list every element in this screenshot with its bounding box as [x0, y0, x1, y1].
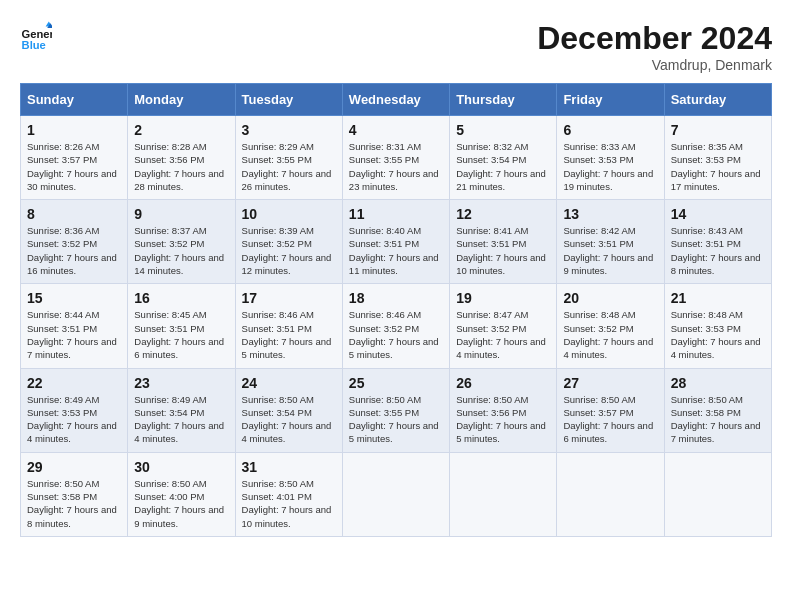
day-number: 8	[27, 206, 121, 222]
calendar-day-cell	[342, 452, 449, 536]
weekday-header: Wednesday	[342, 84, 449, 116]
day-info: Sunrise: 8:45 AMSunset: 3:51 PMDaylight:…	[134, 308, 228, 361]
calendar-week-row: 1Sunrise: 8:26 AMSunset: 3:57 PMDaylight…	[21, 116, 772, 200]
day-info: Sunrise: 8:50 AMSunset: 3:58 PMDaylight:…	[671, 393, 765, 446]
day-number: 18	[349, 290, 443, 306]
calendar-week-row: 8Sunrise: 8:36 AMSunset: 3:52 PMDaylight…	[21, 200, 772, 284]
day-info: Sunrise: 8:48 AMSunset: 3:52 PMDaylight:…	[563, 308, 657, 361]
day-info: Sunrise: 8:41 AMSunset: 3:51 PMDaylight:…	[456, 224, 550, 277]
calendar-day-cell: 9Sunrise: 8:37 AMSunset: 3:52 PMDaylight…	[128, 200, 235, 284]
logo-icon: General Blue	[20, 20, 52, 52]
day-number: 9	[134, 206, 228, 222]
day-number: 1	[27, 122, 121, 138]
logo: General Blue	[20, 20, 52, 52]
day-info: Sunrise: 8:47 AMSunset: 3:52 PMDaylight:…	[456, 308, 550, 361]
calendar-day-cell: 6Sunrise: 8:33 AMSunset: 3:53 PMDaylight…	[557, 116, 664, 200]
day-info: Sunrise: 8:26 AMSunset: 3:57 PMDaylight:…	[27, 140, 121, 193]
day-number: 29	[27, 459, 121, 475]
weekday-header: Tuesday	[235, 84, 342, 116]
calendar-day-cell: 24Sunrise: 8:50 AMSunset: 3:54 PMDayligh…	[235, 368, 342, 452]
day-info: Sunrise: 8:29 AMSunset: 3:55 PMDaylight:…	[242, 140, 336, 193]
day-info: Sunrise: 8:50 AMSunset: 3:57 PMDaylight:…	[563, 393, 657, 446]
day-number: 20	[563, 290, 657, 306]
calendar-day-cell: 15Sunrise: 8:44 AMSunset: 3:51 PMDayligh…	[21, 284, 128, 368]
calendar-day-cell: 29Sunrise: 8:50 AMSunset: 3:58 PMDayligh…	[21, 452, 128, 536]
day-info: Sunrise: 8:31 AMSunset: 3:55 PMDaylight:…	[349, 140, 443, 193]
day-info: Sunrise: 8:50 AMSunset: 4:01 PMDaylight:…	[242, 477, 336, 530]
day-number: 11	[349, 206, 443, 222]
day-info: Sunrise: 8:50 AMSunset: 3:58 PMDaylight:…	[27, 477, 121, 530]
calendar-day-cell: 30Sunrise: 8:50 AMSunset: 4:00 PMDayligh…	[128, 452, 235, 536]
day-number: 10	[242, 206, 336, 222]
calendar-day-cell: 13Sunrise: 8:42 AMSunset: 3:51 PMDayligh…	[557, 200, 664, 284]
day-info: Sunrise: 8:39 AMSunset: 3:52 PMDaylight:…	[242, 224, 336, 277]
weekday-header: Friday	[557, 84, 664, 116]
day-number: 19	[456, 290, 550, 306]
calendar-day-cell: 3Sunrise: 8:29 AMSunset: 3:55 PMDaylight…	[235, 116, 342, 200]
day-info: Sunrise: 8:50 AMSunset: 3:55 PMDaylight:…	[349, 393, 443, 446]
day-number: 28	[671, 375, 765, 391]
day-number: 22	[27, 375, 121, 391]
day-number: 30	[134, 459, 228, 475]
calendar-day-cell: 11Sunrise: 8:40 AMSunset: 3:51 PMDayligh…	[342, 200, 449, 284]
day-info: Sunrise: 8:32 AMSunset: 3:54 PMDaylight:…	[456, 140, 550, 193]
day-number: 17	[242, 290, 336, 306]
calendar-week-row: 15Sunrise: 8:44 AMSunset: 3:51 PMDayligh…	[21, 284, 772, 368]
calendar-day-cell: 2Sunrise: 8:28 AMSunset: 3:56 PMDaylight…	[128, 116, 235, 200]
day-number: 4	[349, 122, 443, 138]
weekday-header: Monday	[128, 84, 235, 116]
month-title: December 2024	[537, 20, 772, 57]
day-number: 7	[671, 122, 765, 138]
calendar-week-row: 22Sunrise: 8:49 AMSunset: 3:53 PMDayligh…	[21, 368, 772, 452]
day-info: Sunrise: 8:50 AMSunset: 3:54 PMDaylight:…	[242, 393, 336, 446]
day-number: 15	[27, 290, 121, 306]
calendar-day-cell: 16Sunrise: 8:45 AMSunset: 3:51 PMDayligh…	[128, 284, 235, 368]
calendar-day-cell: 21Sunrise: 8:48 AMSunset: 3:53 PMDayligh…	[664, 284, 771, 368]
day-number: 23	[134, 375, 228, 391]
svg-text:Blue: Blue	[22, 39, 46, 51]
day-number: 12	[456, 206, 550, 222]
day-info: Sunrise: 8:28 AMSunset: 3:56 PMDaylight:…	[134, 140, 228, 193]
day-info: Sunrise: 8:33 AMSunset: 3:53 PMDaylight:…	[563, 140, 657, 193]
calendar-day-cell: 7Sunrise: 8:35 AMSunset: 3:53 PMDaylight…	[664, 116, 771, 200]
day-info: Sunrise: 8:49 AMSunset: 3:53 PMDaylight:…	[27, 393, 121, 446]
day-number: 2	[134, 122, 228, 138]
calendar-day-cell: 19Sunrise: 8:47 AMSunset: 3:52 PMDayligh…	[450, 284, 557, 368]
weekday-header: Sunday	[21, 84, 128, 116]
calendar-day-cell: 8Sunrise: 8:36 AMSunset: 3:52 PMDaylight…	[21, 200, 128, 284]
day-info: Sunrise: 8:48 AMSunset: 3:53 PMDaylight:…	[671, 308, 765, 361]
calendar-day-cell: 1Sunrise: 8:26 AMSunset: 3:57 PMDaylight…	[21, 116, 128, 200]
day-number: 5	[456, 122, 550, 138]
calendar-day-cell	[450, 452, 557, 536]
location: Vamdrup, Denmark	[537, 57, 772, 73]
calendar-day-cell: 23Sunrise: 8:49 AMSunset: 3:54 PMDayligh…	[128, 368, 235, 452]
title-area: December 2024 Vamdrup, Denmark	[537, 20, 772, 73]
day-number: 16	[134, 290, 228, 306]
calendar-day-cell: 4Sunrise: 8:31 AMSunset: 3:55 PMDaylight…	[342, 116, 449, 200]
day-info: Sunrise: 8:40 AMSunset: 3:51 PMDaylight:…	[349, 224, 443, 277]
day-info: Sunrise: 8:49 AMSunset: 3:54 PMDaylight:…	[134, 393, 228, 446]
day-info: Sunrise: 8:35 AMSunset: 3:53 PMDaylight:…	[671, 140, 765, 193]
weekday-header-row: SundayMondayTuesdayWednesdayThursdayFrid…	[21, 84, 772, 116]
weekday-header: Saturday	[664, 84, 771, 116]
calendar-day-cell: 25Sunrise: 8:50 AMSunset: 3:55 PMDayligh…	[342, 368, 449, 452]
calendar-day-cell: 31Sunrise: 8:50 AMSunset: 4:01 PMDayligh…	[235, 452, 342, 536]
svg-text:General: General	[22, 28, 52, 40]
day-info: Sunrise: 8:46 AMSunset: 3:51 PMDaylight:…	[242, 308, 336, 361]
calendar-day-cell: 27Sunrise: 8:50 AMSunset: 3:57 PMDayligh…	[557, 368, 664, 452]
day-number: 3	[242, 122, 336, 138]
calendar-day-cell: 22Sunrise: 8:49 AMSunset: 3:53 PMDayligh…	[21, 368, 128, 452]
day-number: 13	[563, 206, 657, 222]
day-info: Sunrise: 8:43 AMSunset: 3:51 PMDaylight:…	[671, 224, 765, 277]
day-number: 27	[563, 375, 657, 391]
calendar-day-cell: 20Sunrise: 8:48 AMSunset: 3:52 PMDayligh…	[557, 284, 664, 368]
calendar-day-cell: 26Sunrise: 8:50 AMSunset: 3:56 PMDayligh…	[450, 368, 557, 452]
calendar-day-cell: 12Sunrise: 8:41 AMSunset: 3:51 PMDayligh…	[450, 200, 557, 284]
calendar-day-cell: 18Sunrise: 8:46 AMSunset: 3:52 PMDayligh…	[342, 284, 449, 368]
calendar-day-cell: 17Sunrise: 8:46 AMSunset: 3:51 PMDayligh…	[235, 284, 342, 368]
day-number: 26	[456, 375, 550, 391]
day-info: Sunrise: 8:46 AMSunset: 3:52 PMDaylight:…	[349, 308, 443, 361]
day-info: Sunrise: 8:44 AMSunset: 3:51 PMDaylight:…	[27, 308, 121, 361]
calendar-day-cell: 28Sunrise: 8:50 AMSunset: 3:58 PMDayligh…	[664, 368, 771, 452]
page-header: General Blue December 2024 Vamdrup, Denm…	[20, 20, 772, 73]
